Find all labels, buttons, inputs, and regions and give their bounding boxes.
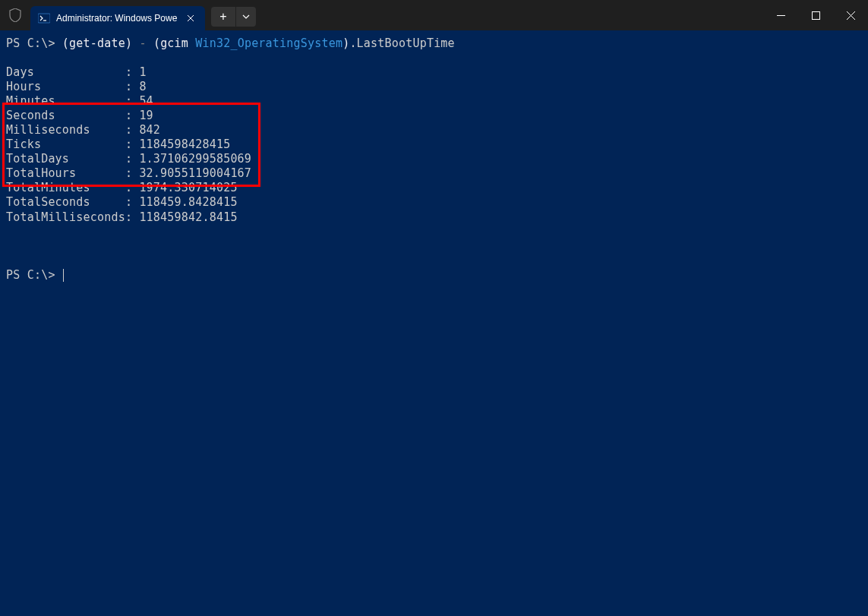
shield-area <box>0 0 30 30</box>
close-window-button[interactable] <box>833 0 868 30</box>
svg-rect-5 <box>812 11 819 19</box>
output-row: Milliseconds : 842 <box>6 123 862 137</box>
window-controls <box>763 0 868 30</box>
output-row: Seconds : 19 <box>6 109 862 123</box>
close-icon <box>847 11 855 20</box>
output-row: Ticks : 1184598428415 <box>6 137 862 152</box>
maximize-icon <box>812 11 820 20</box>
cmd-minus: - <box>132 36 153 50</box>
prompt-text-2: PS C:\> <box>6 268 62 282</box>
titlebar: Administrator: Windows Powe + <box>0 0 868 30</box>
new-tab-button[interactable]: + <box>211 7 235 27</box>
output-row: Minutes : 54 <box>6 94 862 109</box>
shield-icon <box>9 8 21 22</box>
terminal-content[interactable]: PS C:\> (get-date) - (gcim Win32_Operati… <box>0 30 868 289</box>
minimize-button[interactable] <box>763 0 798 30</box>
command-line: PS C:\> (get-date) - (gcim Win32_Operati… <box>6 36 862 51</box>
cursor <box>63 269 64 282</box>
cmd-paren-open1: ( <box>62 36 69 50</box>
tab-dropdown-button[interactable] <box>236 7 256 27</box>
chevron-down-icon <box>242 14 250 19</box>
output-row: TotalMinutes : 1974.330714025 <box>6 181 862 195</box>
output-row: TotalDays : 1.37106299585069 <box>6 152 862 166</box>
tab-close-button[interactable] <box>184 11 197 25</box>
maximize-button[interactable] <box>798 0 833 30</box>
output-row: TotalSeconds : 118459.8428415 <box>6 195 862 210</box>
cmd-paren-open2: ( <box>153 36 160 50</box>
terminal-body[interactable]: PS C:\> (get-date) - (gcim Win32_Operati… <box>0 30 868 289</box>
cmd-class: Win32_OperatingSystem <box>188 36 342 50</box>
cmd-getdate: get-date <box>69 36 125 50</box>
output-row: Days : 1 <box>6 65 862 80</box>
output-row: Hours : 8 <box>6 80 862 94</box>
cmd-gcim: gcim <box>160 36 188 50</box>
cmd-property: .LastBootUpTime <box>349 36 454 50</box>
minimize-icon <box>777 11 785 20</box>
prompt-line-2: PS C:\> <box>6 268 862 283</box>
close-icon <box>187 14 194 22</box>
cmd-paren-close1: ) <box>125 36 132 50</box>
active-tab[interactable]: Administrator: Windows Powe <box>30 6 205 30</box>
output-row: TotalMilliseconds: 118459842.8415 <box>6 210 862 225</box>
tab-buttons: + <box>211 7 256 27</box>
prompt-text: PS C:\> <box>6 36 62 50</box>
powershell-icon <box>38 12 50 24</box>
svg-rect-0 <box>38 14 50 23</box>
tab-title: Administrator: Windows Powe <box>56 13 178 24</box>
output-row: TotalHours : 32.9055119004167 <box>6 166 862 181</box>
output-block: Days : 1Hours : 8Minutes : 54Seconds : 1… <box>6 65 862 225</box>
cmd-paren-close2: ) <box>342 36 349 50</box>
